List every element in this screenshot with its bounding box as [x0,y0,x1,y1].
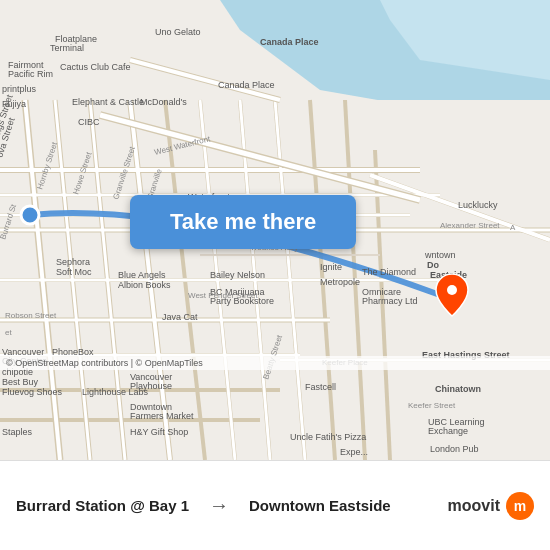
svg-text:Pharmacy Ltd: Pharmacy Ltd [362,296,418,306]
svg-text:Lucklucky: Lucklucky [458,200,498,210]
map-attribution: © OpenStreetMap contributors | © OpenMap… [0,356,550,370]
origin-station: Burrard Station @ Bay 1 [16,497,189,514]
svg-text:Keefer Street: Keefer Street [408,401,456,410]
moovit-label: moovit [448,497,500,515]
moovit-logo: moovit m [448,492,534,520]
svg-text:Java Cat: Java Cat [162,312,198,322]
svg-text:Bailey Nelson: Bailey Nelson [210,270,265,280]
svg-text:Cactus Club Cafe: Cactus Club Cafe [60,62,131,72]
svg-text:Uncle Fatih's Pizza: Uncle Fatih's Pizza [290,432,366,442]
svg-text:Best Buy: Best Buy [2,377,39,387]
svg-text:London Pub: London Pub [430,444,479,454]
svg-text:A: A [510,223,516,232]
svg-text:Fujiya: Fujiya [2,99,26,109]
moovit-icon: m [506,492,534,520]
svg-text:wntown: wntown [424,250,456,260]
svg-text:Sephora: Sephora [56,257,90,267]
svg-text:Canada Place: Canada Place [260,37,319,47]
take-me-there-button[interactable]: Take me there [130,195,356,249]
svg-text:Chinatown: Chinatown [435,384,481,394]
svg-text:McDonald's: McDonald's [140,97,187,107]
svg-text:Robson Street: Robson Street [5,311,57,320]
svg-text:Canada Place: Canada Place [218,80,275,90]
destination-station: Downtown Eastside [249,497,391,514]
svg-text:Uno Gelato: Uno Gelato [155,27,201,37]
svg-text:H&Y Gift Shop: H&Y Gift Shop [130,427,188,437]
svg-text:The Diamond: The Diamond [362,267,416,277]
svg-text:Soft Moc: Soft Moc [56,267,92,277]
svg-text:Ignite: Ignite [320,262,342,272]
svg-text:Blue Angels: Blue Angels [118,270,166,280]
direction-arrow-icon: → [209,494,229,517]
svg-text:printplus: printplus [2,84,37,94]
svg-text:Staples: Staples [2,427,33,437]
moovit-m-letter: m [514,498,526,514]
svg-point-119 [21,206,39,224]
svg-text:Do: Do [427,260,439,270]
svg-text:Expe...: Expe... [340,447,368,457]
svg-text:Albion Books: Albion Books [118,280,171,290]
bottom-bar: Burrard Station @ Bay 1 → Downtown Easts… [0,460,550,550]
svg-text:Farmers Market: Farmers Market [130,411,194,421]
svg-point-121 [447,285,457,295]
station-info: Burrard Station @ Bay 1 → Downtown Easts… [16,494,448,517]
svg-text:CIBC: CIBC [78,117,100,127]
svg-text:Alexander Street: Alexander Street [440,221,500,230]
svg-text:Exchange: Exchange [428,426,468,436]
svg-text:Metropole: Metropole [320,277,360,287]
svg-text:et: et [5,328,12,337]
svg-text:Playhouse: Playhouse [130,381,172,391]
map-container: Floatplane Terminal Cactus Club Cafe Uno… [0,0,550,460]
svg-text:Terminal: Terminal [50,43,84,53]
svg-text:Pacific Rim: Pacific Rim [8,69,53,79]
svg-text:Fastcell: Fastcell [305,382,336,392]
svg-text:Fluevog Shoes: Fluevog Shoes [2,387,63,397]
svg-text:Elephant & Castle: Elephant & Castle [72,97,144,107]
svg-text:West Pender Street: West Pender Street [188,291,258,300]
